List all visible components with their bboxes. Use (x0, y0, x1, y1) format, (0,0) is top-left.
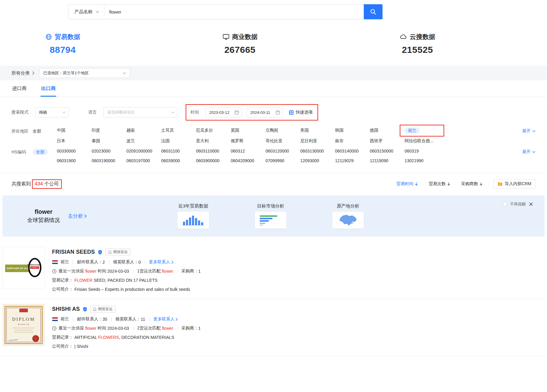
region-chip[interactable]: 西班牙 (370, 138, 383, 144)
hs-chip[interactable]: 02023000 (92, 149, 110, 153)
chevron-down-icon (123, 72, 126, 74)
hs-chip[interactable]: 12093000 (300, 158, 319, 163)
hs-chip[interactable]: 0603130000 (300, 149, 324, 153)
hs-chip[interactable]: 0603150000 (370, 149, 393, 153)
region-chip[interactable]: 阿拉伯联合酋... (405, 138, 434, 144)
hs-chip[interactable]: 0603900000 (196, 158, 220, 163)
hs-chip[interactable]: 0603197000 (126, 158, 150, 163)
hs-chip[interactable]: 060319 (405, 149, 419, 153)
banner-card-origin[interactable]: 原产地分析 (332, 203, 364, 229)
linkedin-contacts-count: 11 (141, 317, 145, 322)
results-count-wrap: 434 个公司 (32, 179, 62, 189)
filter-row-basic: 搜索模式 精确 语言 请选择翻译语言 时间 2023-03-12 2024-03… (11, 104, 536, 120)
company-name[interactable]: FRISIAN SEEDS (52, 249, 95, 255)
region-chip[interactable]: 越南 (126, 128, 135, 133)
breadcrumb[interactable]: 所有分类 (11, 70, 34, 76)
dismiss-checkbox[interactable] (503, 202, 507, 206)
region-chip[interactable]: 厄瓜多尔 (196, 128, 213, 133)
sort-buyer-count[interactable]: 采购商数 (461, 181, 483, 187)
buyers-count: 1 (198, 269, 201, 274)
hs-chip[interactable]: 0603140000 (335, 149, 359, 153)
supply-time-label: 时间 (98, 268, 106, 274)
hs-chip[interactable]: 13021990 (405, 158, 423, 163)
supply-prefix: 最近一次供应 (59, 326, 84, 331)
tab-exporter[interactable]: 出口商 (41, 80, 56, 97)
region-chip[interactable]: 波兰 (126, 138, 135, 144)
close-icon[interactable] (529, 202, 533, 206)
more-contacts-link[interactable]: 更多联系人 (153, 316, 178, 322)
hs-expand-link[interactable]: 展开 (522, 149, 536, 155)
hs-chip[interactable]: 06031100 (161, 149, 180, 153)
region-chip[interactable]: 泰国 (92, 138, 100, 144)
hs-chip[interactable]: 0603120000 (265, 149, 289, 153)
date-to-input[interactable]: 2024-03-11 (247, 107, 283, 117)
search-category-select[interactable]: 产品名称 (68, 5, 104, 19)
region-chip[interactable]: 哥伦比亚 (265, 138, 282, 144)
region-chip[interactable]: 中国 (57, 128, 65, 133)
region-chip[interactable]: 英国 (231, 128, 239, 133)
region-chip[interactable]: 日本 (57, 138, 65, 144)
hs-chip[interactable]: 06031900 (57, 158, 76, 163)
language-select[interactable]: 请选择翻译语言 (103, 107, 178, 117)
results-header: 共搜索到 434 个公司 贸易时间 贸易次数 采购商数 导入内部CR (0, 173, 547, 194)
region-chip-netherlands[interactable]: 荷兰 (405, 127, 420, 133)
hs-chip-all[interactable]: 全部 (33, 149, 48, 155)
arrow-down-icon (415, 182, 418, 186)
go-analyze-link[interactable]: 去分析 (68, 213, 87, 220)
expand-label: 展开 (522, 128, 531, 134)
hs-chip[interactable]: 0604209000 (231, 158, 254, 163)
sort-trade-time[interactable]: 贸易时间 (396, 181, 418, 187)
date-from-input[interactable]: 2023-03-12 (206, 107, 242, 117)
business-radar-tag[interactable]: 商情雷达 (105, 249, 131, 255)
trade-record-label: 贸易记录： (52, 278, 73, 283)
hs-chip[interactable]: 060312 (231, 149, 245, 153)
region-chip[interactable]: 印度 (92, 128, 100, 133)
stat-label: 云搜数据 (410, 33, 435, 41)
stat-trade-data[interactable]: 贸易数据 88794 (45, 33, 80, 55)
hs-chip[interactable]: 06039000 (161, 158, 180, 163)
hs-chip[interactable]: 12119029 (335, 158, 353, 163)
hs-chip[interactable]: 0603190000 (92, 158, 115, 163)
banner-card-trade-3y[interactable]: 近3年贸易数据 (177, 203, 209, 229)
arrow-down-icon (480, 182, 483, 186)
arrow-down-icon (447, 182, 450, 186)
company-country: 荷兰 (60, 316, 69, 322)
hs-chip[interactable]: 07099990 (265, 158, 284, 163)
hs-chip[interactable]: 00330000 (57, 149, 76, 153)
banner-card-target-market[interactable]: 目标市场分析 (255, 203, 286, 229)
region-chip-all[interactable]: 全部 (33, 129, 41, 133)
stat-business-data[interactable]: 商业数据 267665 (223, 33, 258, 55)
hs-chip[interactable]: 02091000000 (126, 149, 152, 153)
company-name[interactable]: SHISHI AS (52, 306, 80, 312)
region-chip[interactable]: 美国 (300, 128, 309, 133)
tab-importer[interactable]: 进口商 (11, 80, 27, 97)
quick-options-button[interactable]: 快捷选项 (289, 110, 313, 115)
sort-trade-count[interactable]: 贸易次数 (429, 181, 450, 187)
hs-chip[interactable]: 12119090 (370, 158, 388, 163)
chevron-down-icon (532, 151, 536, 153)
region-chip[interactable]: 立陶宛 (265, 128, 278, 133)
analysis-banner: flower 全球贸易情况 去分析 近3年贸易数据 目标市场分析 (2, 195, 545, 236)
region-chip[interactable]: 意大利 (196, 138, 209, 144)
region-chip[interactable]: 俄罗斯 (231, 138, 243, 144)
more-contacts-link[interactable]: 更多联系人 (149, 259, 174, 265)
search-mode-select[interactable]: 精确 (35, 107, 69, 117)
region-chip[interactable]: 尼日利亚 (300, 138, 317, 144)
region-chip[interactable]: 韩国 (335, 128, 344, 133)
search-button[interactable] (364, 4, 383, 19)
certificate-title: DIPLOM (3, 317, 44, 322)
filters-panel: 搜索模式 精确 语言 请选择翻译语言 时间 2023-03-12 2024-03… (0, 97, 547, 171)
profile-text: | Shishi (74, 344, 88, 349)
region-chip[interactable]: 土耳其 (161, 128, 174, 133)
search-input[interactable] (104, 5, 364, 19)
stat-cloud-data[interactable]: 云搜数据 215525 (400, 33, 435, 55)
region-chip[interactable]: 南非 (335, 138, 344, 144)
import-crm-button[interactable]: 导入内部CRM (493, 179, 536, 189)
business-radar-tag[interactable]: 商情雷达 (90, 306, 116, 313)
region-chip[interactable]: 法国 (161, 138, 170, 144)
selected-region-dropdown[interactable]: 已选地区：荷兰等1个地区 (39, 68, 130, 78)
hs-chip[interactable]: 0603110000 (196, 149, 219, 153)
monitor-icon (223, 34, 230, 40)
region-chip[interactable]: 德国 (370, 128, 378, 133)
region-expand-link[interactable]: 展开 (522, 128, 536, 134)
